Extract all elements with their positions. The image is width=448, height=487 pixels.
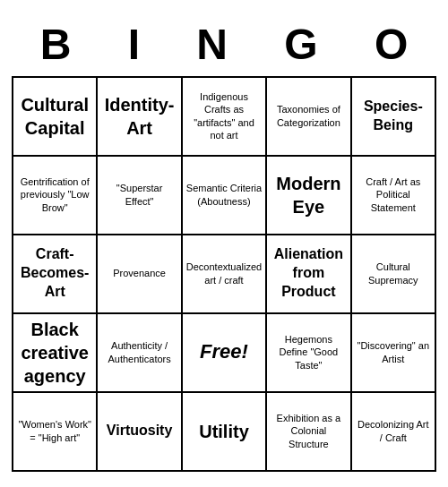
title-letter: G (284, 20, 317, 69)
bingo-cell-8: Modern Eye (267, 157, 351, 235)
bingo-cell-5: Gentrification of previously "Low Brow" (13, 157, 98, 235)
bingo-cell-14: Cultural Supremacy (352, 235, 436, 314)
bingo-title: BINGO (12, 16, 436, 76)
bingo-card: BINGO Cultural CapitalIdentity-ArtIndige… (4, 9, 444, 479)
bingo-cell-18: Hegemons Define "Good Taste" (267, 314, 351, 393)
title-letter: I (128, 20, 140, 69)
bingo-cell-22: Utility (183, 393, 267, 472)
title-letter: N (196, 20, 228, 69)
bingo-cell-1: Identity-Art (98, 78, 182, 157)
bingo-cell-12: Decontextualized art / craft (183, 235, 267, 314)
bingo-cell-4: Species-Being (352, 78, 436, 157)
bingo-cell-2: Indigenous Crafts as "artifacts" and not… (183, 78, 267, 157)
bingo-grid: Cultural CapitalIdentity-ArtIndigenous C… (12, 76, 436, 472)
bingo-cell-6: "Superstar Effect" (98, 157, 182, 235)
bingo-cell-23: Exhibition as a Colonial Structure (267, 393, 351, 472)
bingo-cell-17: Free! (183, 314, 267, 393)
bingo-cell-15: Black creative agency (13, 314, 98, 393)
bingo-cell-3: Taxonomies of Categorization (267, 78, 351, 157)
bingo-cell-13: Alienation from Product (267, 235, 351, 314)
bingo-cell-20: "Women's Work" = "High art" (13, 393, 98, 472)
title-letter: O (375, 20, 408, 69)
bingo-cell-24: Decolonizing Art / Craft (352, 393, 436, 472)
bingo-cell-0: Cultural Capital (13, 78, 98, 157)
bingo-cell-21: Virtuosity (98, 393, 182, 472)
bingo-cell-10: Craft-Becomes-Art (13, 235, 98, 314)
bingo-cell-11: Provenance (98, 235, 182, 314)
bingo-cell-16: Authenticity / Authenticators (98, 314, 182, 393)
bingo-cell-9: Craft / Art as Political Statement (352, 157, 436, 235)
bingo-cell-19: "Discovering" an Artist (352, 314, 436, 393)
bingo-cell-7: Semantic Criteria (Aboutness) (183, 157, 267, 235)
title-letter: B (40, 20, 72, 69)
